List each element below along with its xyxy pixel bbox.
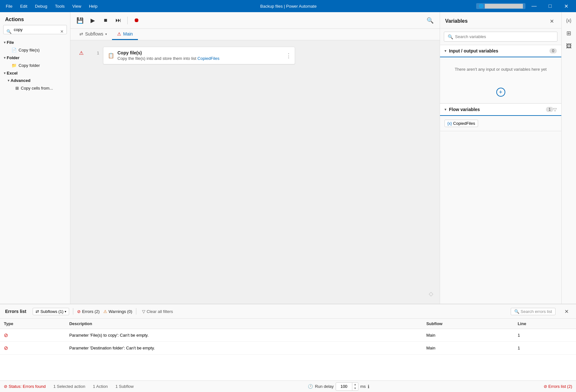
run-delay-label: Run delay — [315, 384, 334, 389]
diamond-icon: ◇ — [429, 290, 433, 297]
copy-files-desc-text: Copy the file(s) into and store them int… — [117, 56, 196, 61]
errors-close-button[interactable]: ✕ — [562, 307, 571, 316]
tab-subflows[interactable]: ⇄ Subflows ▾ — [74, 29, 112, 40]
right-icon-bar: {x} ⊞ 🖼 — [561, 12, 576, 304]
errors-search-area[interactable]: 🔍 Search errors list — [511, 308, 556, 315]
copy-files-card-desc: Copy the file(s) into and store them int… — [117, 56, 282, 61]
flow-variables-title: Flow variables — [449, 107, 543, 112]
input-output-section: ▾ Input / output variables 0 There aren'… — [440, 45, 561, 104]
run-delay-info-icon[interactable]: ℹ — [368, 384, 369, 389]
flow-variables-section-header[interactable]: ▾ Flow variables 1 ▽ — [440, 104, 561, 116]
variables-header: Variables ✕ — [440, 12, 561, 28]
action-copy-files[interactable]: 📄 Copy file(s) — [0, 46, 70, 54]
action-copy-cells[interactable]: ⊞ Copy cells from... — [0, 84, 70, 92]
folder-icon: 📁 — [12, 63, 17, 68]
variables-search-input[interactable] — [444, 32, 557, 42]
tabs-bar: ⇄ Subflows ▾ ⚠ Main — [70, 29, 440, 40]
excel-icon: ⊞ — [15, 86, 19, 91]
account-area[interactable]: 🌐 ██████████████ — [476, 3, 525, 9]
category-file-header[interactable]: ▾ File — [0, 39, 70, 46]
flow-variables-filter-icon[interactable]: ▽ — [553, 107, 557, 112]
actions-search-input[interactable] — [3, 25, 67, 34]
subcategory-advanced-label: Advanced — [11, 78, 30, 83]
errors-list-link-icon: ⊘ — [544, 384, 547, 389]
errors-search-icon: 🔍 — [514, 309, 519, 314]
icon-bar-variables-button[interactable]: {x} — [563, 15, 575, 26]
stop-button[interactable]: ■ — [100, 15, 111, 26]
actions-search-area: 🔍 ✕ — [0, 25, 70, 37]
error-row-2-line: 1 — [514, 342, 576, 355]
variable-chip-copiedfiles[interactable]: {x} CopiedFiles — [444, 120, 478, 127]
error-row-1-description: Parameter 'File(s) to copy': Can't be em… — [65, 329, 422, 342]
category-folder-header[interactable]: ▾ Folder — [0, 54, 70, 61]
menu-help[interactable]: Help — [86, 3, 101, 10]
run-delay-input[interactable] — [336, 383, 352, 390]
warnings-count-label: Warnings (0) — [108, 309, 132, 314]
input-output-chevron-icon: ▾ — [444, 49, 446, 53]
category-excel-header[interactable]: ▾ Excel — [0, 69, 70, 77]
menu-file[interactable]: File — [3, 3, 16, 10]
minimize-button[interactable]: — — [527, 1, 541, 11]
next-step-button[interactable]: ⏭ — [113, 15, 124, 26]
errors-divider-1 — [73, 308, 73, 315]
col-header-line: Line — [514, 319, 576, 329]
menu-edit[interactable]: Edit — [17, 3, 30, 10]
chevron-file-icon: ▾ — [4, 41, 5, 44]
variables-close-button[interactable]: ✕ — [547, 17, 556, 26]
flow-variables-count: 1 — [546, 107, 553, 112]
icon-bar-layers-button[interactable]: ⊞ — [563, 28, 575, 39]
maximize-button[interactable]: □ — [543, 1, 557, 11]
action-card-menu-button[interactable]: ⋮ — [286, 52, 292, 59]
tab-main[interactable]: ⚠ Main — [112, 29, 138, 40]
errors-count-badge: ⊘ Errors (2) — [77, 309, 100, 314]
account-name: ██████████████ — [485, 4, 523, 8]
clear-filters-button[interactable]: ▽ Clear all filters — [140, 308, 175, 315]
errors-list-link[interactable]: ⊘ Errors list (2) — [544, 384, 572, 389]
status-subflow-count: 1 Subflow — [116, 384, 134, 389]
error-row-1[interactable]: ⊘ Parameter 'File(s) to copy': Can't be … — [0, 329, 576, 342]
error-row-2[interactable]: ⊘ Parameter 'Destination folder': Can't … — [0, 342, 576, 355]
close-button[interactable]: ✕ — [559, 1, 573, 11]
run-delay-spinners: ▲ ▼ — [352, 383, 358, 390]
subflows-filter-dropdown-icon: ▾ — [65, 310, 66, 313]
variable-chip-icon: {x} — [447, 121, 452, 126]
subflows-tab-icon: ⇄ — [79, 31, 83, 36]
status-text: Status: Errors found — [9, 384, 46, 389]
var-search-icon: 🔍 — [448, 34, 453, 39]
run-delay-down-button[interactable]: ▼ — [352, 387, 358, 390]
errors-count-label: Errors (2) — [82, 309, 100, 314]
menu-debug[interactable]: Debug — [32, 3, 50, 10]
input-output-section-header[interactable]: ▾ Input / output variables 0 — [440, 45, 561, 57]
menu-tools[interactable]: Tools — [52, 3, 68, 10]
variables-panel: Variables ✕ 🔍 ▾ Input / output variables… — [440, 12, 561, 304]
copy-files-card-content: Copy file(s) Copy the file(s) into and s… — [117, 50, 282, 61]
save-button[interactable]: 💾 — [74, 15, 86, 26]
warning-badge-icon: ⚠ — [103, 309, 107, 314]
error-row-2-description: Parameter 'Destination folder': Can't be… — [65, 342, 422, 355]
actions-panel: Actions 🔍 ✕ ▾ File 📄 Copy file(s) — [0, 12, 70, 304]
file-icon: 📄 — [12, 48, 17, 52]
menu-view[interactable]: View — [69, 3, 84, 10]
error-row-1-type-icon: ⊘ — [4, 332, 8, 338]
error-row-2-subflow: Main — [422, 342, 514, 355]
copied-files-var-link[interactable]: CopiedFiles — [197, 56, 220, 61]
add-variable-button[interactable]: + — [496, 88, 505, 97]
toolbar-search-button[interactable]: 🔍 — [424, 15, 436, 26]
icon-bar-image-button[interactable]: 🖼 — [563, 40, 575, 52]
category-folder: ▾ Folder 📁 Copy folder — [0, 54, 70, 69]
clear-filters-icon: ▽ — [142, 309, 145, 314]
clear-search-icon[interactable]: ✕ — [60, 29, 64, 34]
flow-action-card-copy-files[interactable]: 📋 Copy file(s) Copy the file(s) into and… — [103, 47, 295, 64]
action-copy-folder[interactable]: 📁 Copy folder — [0, 61, 70, 69]
errors-divider-2 — [136, 308, 136, 315]
subflows-filter-button[interactable]: ⇄ Subflows (1) ▾ — [33, 308, 69, 315]
action-copy-folder-label: Copy folder — [19, 63, 40, 68]
subcategory-advanced-header[interactable]: ▾ Advanced — [0, 77, 70, 84]
status-errors-found: ⊘ Status: Errors found — [4, 384, 46, 389]
run-button[interactable]: ▶ — [87, 15, 99, 26]
run-delay-up-button[interactable]: ▲ — [352, 383, 358, 387]
variables-heading: Variables — [445, 18, 468, 24]
record-button[interactable]: ⏺ — [131, 15, 142, 26]
error-badge-icon: ⊘ — [77, 309, 81, 314]
subflows-dropdown-icon[interactable]: ▾ — [105, 32, 107, 36]
